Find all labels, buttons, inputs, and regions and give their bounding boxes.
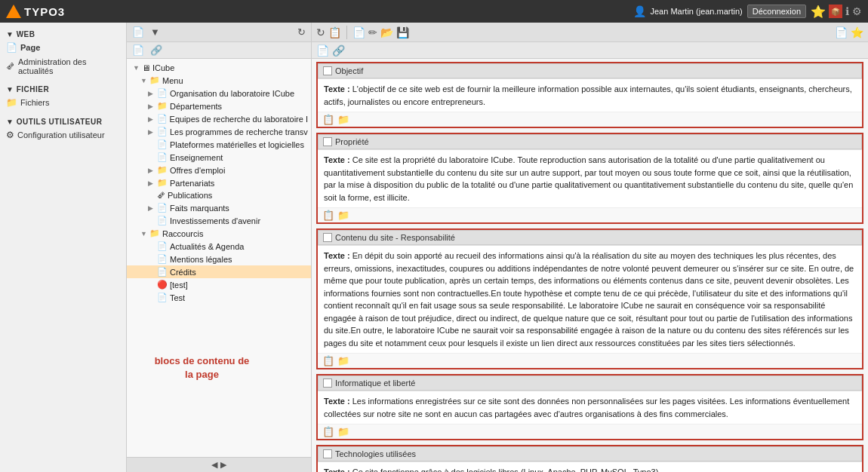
dept-node-icon: 📁 — [157, 101, 168, 111]
tree-dept-label: Départements — [170, 102, 222, 111]
tree-node-faits[interactable]: ▶ 📄 Faits marquants — [127, 201, 311, 214]
tree-toolbar: 📄 ▼ ↻ — [127, 23, 311, 42]
sidebar-item-fichiers[interactable]: 📁 Fichiers — [0, 95, 126, 110]
tree-node-equipes[interactable]: ▶ 📄 Equipes de recherche du laboratoire … — [127, 112, 311, 125]
content-new-icon[interactable]: 📄 — [352, 26, 365, 38]
test-node-icon: 📄 — [157, 293, 168, 302]
tree-offres-label: Offres d'emploi — [170, 166, 225, 175]
sidebar-fichiers-label: Fichiers — [20, 98, 50, 107]
tree-prog-label: Les programmes de recherche transv — [170, 127, 308, 136]
content-panel: ↻ 📋 📄 ✏ 📂 💾 📄 ⭐ 📄 🔗 Objectif Tex — [312, 23, 868, 472]
equipes-node-icon: 📄 — [157, 114, 168, 124]
equipes-expand-icon: ▶ — [148, 115, 155, 123]
content-toolbar: ↻ 📋 📄 ✏ 📂 💾 📄 ⭐ — [312, 23, 868, 42]
action-edit-info[interactable]: 📋 — [322, 426, 334, 437]
section-body-contenu: Texte : En dépit du soin apporté au recu… — [318, 245, 862, 353]
tree-node-root[interactable]: ▼ 🖥 ICube — [127, 62, 311, 74]
tree-refresh-icon[interactable]: ↻ — [296, 26, 307, 38]
disconnect-button[interactable]: Déconnexion — [747, 5, 806, 18]
action-edit-propriete[interactable]: 📋 — [322, 210, 334, 221]
section-actions-contenu: 📋 📁 — [318, 353, 862, 368]
content-star-icon[interactable]: ⭐ — [851, 26, 863, 38]
tree-node-invest[interactable]: 📄 Investissements d'avenir — [127, 214, 311, 227]
tree-mentions-label: Mentions légales — [170, 255, 232, 264]
sidebar-item-page[interactable]: 📄 Page — [0, 40, 126, 55]
credits-node-icon: 📄 — [157, 267, 168, 277]
tree-publications-label: Publications — [168, 191, 212, 200]
tree-node-org[interactable]: ▶ 📄 Organisation du laboratoire ICube — [127, 87, 311, 100]
section-checkbox-objectif[interactable] — [323, 66, 332, 75]
tree-node-mentions[interactable]: 📄 Mentions légales — [127, 253, 311, 265]
info-panel-icon[interactable]: ℹ — [845, 5, 849, 17]
section-checkbox-contenu[interactable] — [323, 233, 332, 242]
tree-node-test[interactable]: 📄 Test — [127, 291, 311, 304]
tree-nav-left[interactable]: ◀ — [211, 460, 217, 470]
tree-filter-icon[interactable]: ▼ — [149, 26, 162, 38]
section-title-techno: Technologies utilisées — [335, 449, 416, 458]
action-folder-propriete[interactable]: 📁 — [337, 210, 349, 221]
sidebar-item-config[interactable]: ⚙ Configuration utilisateur — [0, 127, 126, 143]
tree-node-offres[interactable]: ▶ 📁 Offres d'emploi — [127, 164, 311, 176]
notification-icon[interactable]: 📦 — [829, 5, 842, 18]
app-logo: TYPO3 — [6, 5, 65, 18]
prog-node-icon: 📄 — [157, 127, 168, 136]
tree-node-dept[interactable]: ▶ 📁 Départements — [127, 100, 311, 112]
offres-expand-icon: ▶ — [148, 167, 155, 174]
settings-icon[interactable]: ⚙ — [852, 5, 862, 17]
agenda-node-icon: 📄 — [157, 241, 168, 251]
action-folder-info[interactable]: 📁 — [337, 426, 349, 437]
content-top-right-icon[interactable]: 📄 — [835, 26, 848, 38]
content-link-icon[interactable]: 🔗 — [332, 44, 345, 57]
org-expand-icon: ▶ — [148, 90, 155, 97]
tree-node-raccourcis[interactable]: ▼ 📁 Raccourcis — [127, 227, 311, 240]
section-header-contenu: Contenu du site - Responsabilité — [318, 230, 862, 245]
section-actions-objectif: 📋 📁 — [318, 112, 862, 127]
tree-link-icon[interactable]: 🔗 — [149, 44, 164, 57]
enseignement-node-icon: 📄 — [157, 152, 168, 162]
tree-agenda-label: Actualités & Agenda — [170, 242, 244, 251]
tree-node-prog[interactable]: ▶ 📄 Les programmes de recherche transv — [127, 125, 311, 138]
section-title-info: Informatique et liberté — [335, 379, 415, 388]
tree-node-agenda[interactable]: 📄 Actualités & Agenda — [127, 240, 311, 253]
section-checkbox-techno[interactable] — [323, 449, 332, 458]
tree-node-publications[interactable]: 🗞 Publications — [127, 189, 311, 201]
text-label-contenu: Texte : — [324, 251, 352, 260]
section-header-techno: Technologies utilisées — [318, 446, 862, 461]
section-text-contenu: En dépit du soin apporté au recueil des … — [324, 251, 854, 348]
tree-toolbar2: 📄 🔗 — [127, 42, 311, 59]
section-checkbox-propriete[interactable] — [323, 137, 332, 146]
tree-nav-right[interactable]: ▶ — [220, 460, 226, 470]
sidebar-news-label: Administration des actualités — [18, 57, 120, 75]
action-folder-objectif[interactable]: 📁 — [337, 114, 349, 125]
content-filter-icon[interactable]: 📋 — [328, 26, 341, 38]
section-body-techno: Texte : Ce site fonctionne grâce à des l… — [318, 461, 862, 472]
section-checkbox-info[interactable] — [323, 379, 332, 388]
tree-node-enseignement[interactable]: 📄 Enseignement — [127, 151, 311, 164]
tree-node-menu[interactable]: ▼ 📁 Menu — [127, 74, 311, 87]
tree-node-partenariats[interactable]: ▶ 📁 Partenariats — [127, 176, 311, 189]
tree-doc-icon[interactable]: 📄 — [131, 44, 146, 57]
content-save-icon[interactable]: 💾 — [396, 26, 409, 38]
tree-node-plateformes[interactable]: 📄 Plateformes matérielles et logicielles — [127, 138, 311, 151]
action-edit-contenu[interactable]: 📋 — [322, 355, 334, 366]
tree-node-credits[interactable]: 📄 Crédits — [127, 265, 311, 278]
news-icon: 🗞 — [6, 61, 15, 72]
star-icon[interactable]: ⭐ — [811, 5, 826, 19]
action-edit-objectif[interactable]: 📋 — [322, 114, 334, 125]
content-section-contenu: Contenu du site - Responsabilité Texte :… — [316, 228, 863, 369]
content-toolbar2: 📄 🔗 — [312, 42, 868, 59]
sidebar-item-news[interactable]: 🗞 Administration des actualités — [0, 55, 126, 78]
tree-new-icon[interactable]: 📄 — [131, 26, 146, 38]
sidebar-config-label: Configuration utilisateur — [17, 130, 105, 139]
content-refresh-icon[interactable]: ↻ — [316, 26, 325, 38]
section-header-propriete: Propriété — [318, 134, 862, 149]
content-edit-icon[interactable]: ✏ — [368, 26, 377, 38]
tree-enseignement-label: Enseignement — [170, 153, 223, 162]
action-folder-contenu[interactable]: 📁 — [337, 355, 349, 366]
content-view-icon[interactable]: 📂 — [380, 26, 393, 38]
content-page-icon[interactable]: 📄 — [316, 44, 329, 57]
section-actions-propriete: 📋 📁 — [318, 207, 862, 222]
offres-node-icon: 📁 — [157, 165, 168, 175]
text-label-objectif: Texte : — [324, 84, 352, 93]
tree-node-test-red[interactable]: 🔴 [test] — [127, 278, 311, 291]
